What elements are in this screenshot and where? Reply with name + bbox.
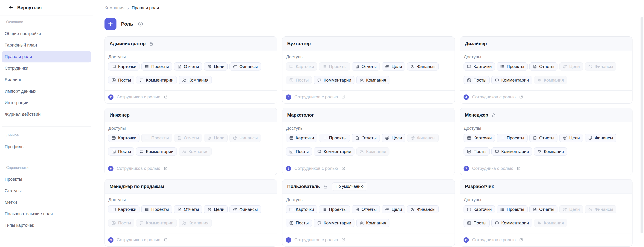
access-chip-отчеты[interactable]: Отчеты — [530, 134, 558, 142]
access-chip-комментарии[interactable]: Комментарии — [136, 147, 177, 155]
access-chip-карточки[interactable]: Карточки — [108, 205, 140, 213]
employees-with-role-link[interactable]: Сотрудника с ролью — [472, 166, 513, 171]
role-card-header[interactable]: Администратор — [105, 37, 277, 51]
access-chip-посты[interactable]: Посты — [464, 147, 490, 155]
access-chip-проекты[interactable]: Проекты — [497, 205, 527, 213]
access-chip-финансы[interactable]: Финансы — [230, 134, 261, 142]
access-chip-проекты[interactable]: Проекты — [319, 63, 350, 71]
role-card-header[interactable]: Маркетолог — [282, 108, 454, 122]
access-chip-отчеты[interactable]: Отчеты — [352, 205, 380, 213]
access-chip-комментарии[interactable]: Комментарии — [314, 76, 354, 84]
sidebar-item-типы-карточек[interactable]: Типы карточек — [2, 219, 91, 231]
access-chip-проекты[interactable]: Проекты — [141, 205, 172, 213]
access-chip-комментарии[interactable]: Комментарии — [492, 76, 532, 84]
access-chip-цели[interactable]: Цели — [204, 205, 228, 213]
external-link-icon[interactable] — [341, 95, 346, 99]
access-chip-финансы[interactable]: Финансы — [407, 63, 439, 71]
add-role-button[interactable] — [104, 18, 116, 30]
sidebar-item-пользовательские-поля[interactable]: Пользовательские поля — [2, 208, 91, 219]
access-chip-отчеты[interactable]: Отчеты — [530, 63, 558, 71]
access-chip-проекты[interactable]: Проекты — [319, 205, 350, 213]
access-chip-карточки[interactable]: Карточки — [286, 63, 317, 71]
access-chip-финансы[interactable]: Финансы — [230, 205, 261, 213]
access-chip-финансы[interactable]: Финансы — [407, 134, 439, 142]
access-chip-комментарии[interactable]: Комментарии — [314, 219, 354, 227]
access-chip-карточки[interactable]: Карточки — [286, 205, 317, 213]
access-chip-финансы[interactable]: Финансы — [230, 63, 261, 71]
breadcrumb-company[interactable]: Компания — [104, 5, 124, 10]
access-chip-комментарии[interactable]: Комментарии — [492, 147, 532, 155]
external-link-icon[interactable] — [519, 237, 524, 242]
access-chip-отчеты[interactable]: Отчеты — [174, 134, 202, 142]
sidebar-item-права-и-роли[interactable]: Права и роли — [2, 51, 91, 63]
sidebar-item-метки[interactable]: Метки — [2, 196, 91, 208]
employees-with-role-link[interactable]: Сотрудников с ролью — [117, 166, 160, 171]
role-card-header[interactable]: Разработчик — [460, 179, 632, 194]
access-chip-компания[interactable]: Компания — [178, 76, 212, 84]
access-chip-комментарии[interactable]: Комментарии — [492, 219, 532, 227]
access-chip-комментарии[interactable]: Комментарии — [136, 219, 177, 227]
access-chip-посты[interactable]: Посты — [286, 147, 312, 155]
access-chip-комментарии[interactable]: Комментарии — [136, 76, 177, 84]
sidebar-item-общие-настройки[interactable]: Общие настройки — [2, 28, 91, 39]
access-chip-посты[interactable]: Посты — [286, 76, 312, 84]
access-chip-финансы[interactable]: Финансы — [585, 205, 616, 213]
employees-with-role-link[interactable]: Сотрудников с ролью — [117, 94, 160, 100]
external-link-icon[interactable] — [164, 237, 168, 242]
employees-with-role-link[interactable]: Сотрудников с ролью — [117, 237, 160, 242]
sidebar-item-проекты[interactable]: Проекты — [2, 173, 91, 185]
access-chip-финансы[interactable]: Финансы — [407, 205, 439, 213]
access-chip-отчеты[interactable]: Отчеты — [352, 63, 380, 71]
employees-with-role-link[interactable]: Сотрудников с ролью — [472, 237, 516, 242]
access-chip-карточки[interactable]: Карточки — [464, 134, 495, 142]
access-chip-цели[interactable]: Цели — [204, 134, 228, 142]
access-chip-карточки[interactable]: Карточки — [464, 63, 495, 71]
access-chip-цели[interactable]: Цели — [382, 134, 405, 142]
access-chip-компания[interactable]: Компания — [356, 219, 390, 227]
access-chip-посты[interactable]: Посты — [464, 219, 490, 227]
sidebar-item-тарифный-план[interactable]: Тарифный план — [2, 39, 91, 51]
external-link-icon[interactable] — [341, 237, 346, 242]
access-chip-цели[interactable]: Цели — [559, 63, 583, 71]
access-chip-цели[interactable]: Цели — [559, 134, 583, 142]
access-chip-карточки[interactable]: Карточки — [286, 134, 317, 142]
access-chip-посты[interactable]: Посты — [464, 76, 490, 84]
sidebar-item-профиль[interactable]: Профиль — [2, 141, 91, 153]
role-card-header[interactable]: Инженер — [105, 108, 277, 122]
access-chip-карточки[interactable]: Карточки — [108, 63, 140, 71]
sidebar-item-журнал-действий[interactable]: Журнал действий — [2, 109, 91, 120]
sidebar-item-интеграции[interactable]: Интеграции — [2, 97, 91, 109]
access-chip-посты[interactable]: Посты — [108, 76, 134, 84]
sidebar-item-биллинг[interactable]: Биллинг — [2, 74, 91, 86]
external-link-icon[interactable] — [519, 95, 524, 99]
access-chip-цели[interactable]: Цели — [559, 205, 583, 213]
access-chip-компания[interactable]: Компания — [356, 76, 390, 84]
access-chip-проекты[interactable]: Проекты — [319, 134, 350, 142]
role-card-header[interactable]: Менеджер по продажам — [105, 179, 277, 194]
access-chip-карточки[interactable]: Карточки — [464, 205, 495, 213]
employees-with-role-link[interactable]: Сотрудников с ролью — [294, 237, 338, 242]
access-chip-комментарии[interactable]: Комментарии — [314, 147, 354, 155]
access-chip-компания[interactable]: Компания — [534, 76, 567, 84]
access-chip-компания[interactable]: Компания — [356, 147, 390, 155]
access-chip-отчеты[interactable]: Отчеты — [174, 205, 202, 213]
access-chip-проекты[interactable]: Проекты — [141, 63, 172, 71]
scrollbar-thumb[interactable] — [640, 17, 643, 233]
access-chip-посты[interactable]: Посты — [108, 147, 134, 155]
role-card-header[interactable]: Бухгалтер — [282, 37, 454, 51]
access-chip-посты[interactable]: Посты — [286, 219, 312, 227]
role-card-header[interactable]: Дизайнер — [460, 37, 632, 51]
access-chip-компания[interactable]: Компания — [178, 219, 212, 227]
access-chip-цели[interactable]: Цели — [382, 63, 405, 71]
employees-with-role-link[interactable]: Сотрудников с ролью — [294, 94, 338, 100]
external-link-icon[interactable] — [164, 166, 168, 171]
access-chip-компания[interactable]: Компания — [178, 147, 212, 155]
sidebar-item-сотрудники[interactable]: Сотрудники — [2, 63, 91, 74]
access-chip-посты[interactable]: Посты — [108, 219, 134, 227]
sidebar-item-статусы[interactable]: Статусы — [2, 185, 91, 196]
employees-with-role-link[interactable]: Сотрудников с ролью — [472, 94, 516, 100]
external-link-icon[interactable] — [164, 95, 168, 99]
role-card-header[interactable]: Менеджер — [460, 108, 632, 122]
access-chip-отчеты[interactable]: Отчеты — [174, 63, 202, 71]
external-link-icon[interactable] — [341, 166, 346, 171]
